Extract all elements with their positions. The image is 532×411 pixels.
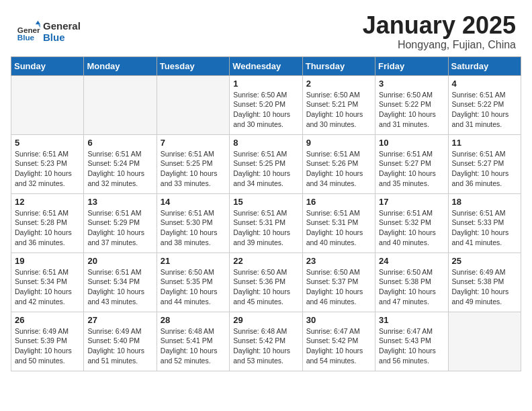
weekday-header-monday: Monday	[84, 56, 157, 75]
day-number-12: 12	[15, 197, 80, 207]
title-block: January 2025 Hongyang, Fujian, China	[363, 12, 516, 51]
day-cell-15: 15Sunrise: 6:51 AMSunset: 5:31 PMDayligh…	[230, 193, 302, 253]
day-info-27: Sunrise: 6:49 AMSunset: 5:40 PMDaylight:…	[87, 326, 152, 366]
week-row-3: 12Sunrise: 6:51 AMSunset: 5:28 PMDayligh…	[11, 193, 521, 253]
day-info-25: Sunrise: 6:49 AMSunset: 5:38 PMDaylight:…	[452, 267, 517, 307]
day-info-30: Sunrise: 6:47 AMSunset: 5:42 PMDaylight:…	[306, 326, 371, 366]
weekday-header-tuesday: Tuesday	[157, 56, 229, 75]
day-cell-22: 22Sunrise: 6:50 AMSunset: 5:36 PMDayligh…	[230, 253, 302, 312]
day-cell-29: 29Sunrise: 6:48 AMSunset: 5:42 PMDayligh…	[230, 312, 302, 371]
day-cell-empty	[448, 312, 521, 371]
logo-line1: General	[43, 20, 81, 32]
day-cell-12: 12Sunrise: 6:51 AMSunset: 5:28 PMDayligh…	[11, 193, 84, 253]
day-number-17: 17	[379, 197, 444, 207]
day-info-2: Sunrise: 6:50 AMSunset: 5:21 PMDaylight:…	[306, 90, 371, 130]
day-info-20: Sunrise: 6:51 AMSunset: 5:34 PMDaylight:…	[87, 267, 152, 307]
day-info-3: Sunrise: 6:50 AMSunset: 5:22 PMDaylight:…	[379, 90, 444, 130]
day-number-6: 6	[87, 138, 152, 148]
day-cell-empty	[84, 75, 157, 134]
day-cell-16: 16Sunrise: 6:51 AMSunset: 5:31 PMDayligh…	[302, 193, 375, 253]
day-cell-31: 31Sunrise: 6:47 AMSunset: 5:43 PMDayligh…	[375, 312, 448, 371]
day-cell-28: 28Sunrise: 6:48 AMSunset: 5:41 PMDayligh…	[157, 312, 229, 371]
month-title: January 2025	[363, 12, 516, 39]
day-cell-20: 20Sunrise: 6:51 AMSunset: 5:34 PMDayligh…	[84, 253, 157, 312]
day-number-13: 13	[87, 197, 152, 207]
day-info-22: Sunrise: 6:50 AMSunset: 5:36 PMDaylight:…	[233, 267, 298, 307]
day-number-25: 25	[452, 256, 517, 266]
page-header: General Blue General Blue January 2025 H…	[0, 0, 532, 56]
day-number-31: 31	[379, 315, 444, 325]
svg-marker-2	[36, 21, 40, 24]
day-info-23: Sunrise: 6:50 AMSunset: 5:37 PMDaylight:…	[306, 267, 371, 307]
day-info-15: Sunrise: 6:51 AMSunset: 5:31 PMDaylight:…	[233, 208, 298, 248]
day-cell-5: 5Sunrise: 6:51 AMSunset: 5:23 PMDaylight…	[11, 134, 84, 193]
day-cell-26: 26Sunrise: 6:49 AMSunset: 5:39 PMDayligh…	[11, 312, 84, 371]
day-number-5: 5	[15, 138, 80, 148]
day-info-4: Sunrise: 6:51 AMSunset: 5:22 PMDaylight:…	[452, 90, 517, 130]
day-number-9: 9	[306, 138, 371, 148]
week-row-2: 5Sunrise: 6:51 AMSunset: 5:23 PMDaylight…	[11, 134, 521, 193]
day-info-28: Sunrise: 6:48 AMSunset: 5:41 PMDaylight:…	[161, 326, 226, 366]
location: Hongyang, Fujian, China	[363, 39, 516, 51]
day-info-1: Sunrise: 6:50 AMSunset: 5:20 PMDaylight:…	[233, 90, 298, 130]
logo-icon: General Blue	[16, 19, 40, 44]
day-cell-8: 8Sunrise: 6:51 AMSunset: 5:25 PMDaylight…	[230, 134, 302, 193]
day-cell-1: 1Sunrise: 6:50 AMSunset: 5:20 PMDaylight…	[230, 75, 302, 134]
weekday-header-friday: Friday	[375, 56, 448, 75]
day-number-8: 8	[233, 138, 298, 148]
day-number-11: 11	[452, 138, 517, 148]
day-number-26: 26	[15, 315, 80, 325]
logo-line2: Blue	[43, 32, 81, 43]
day-cell-23: 23Sunrise: 6:50 AMSunset: 5:37 PMDayligh…	[302, 253, 375, 312]
day-number-19: 19	[15, 256, 80, 266]
day-number-24: 24	[379, 256, 444, 266]
day-info-13: Sunrise: 6:51 AMSunset: 5:29 PMDaylight:…	[87, 208, 152, 248]
day-cell-3: 3Sunrise: 6:50 AMSunset: 5:22 PMDaylight…	[375, 75, 448, 134]
day-number-4: 4	[452, 79, 517, 89]
day-info-10: Sunrise: 6:51 AMSunset: 5:27 PMDaylight:…	[379, 149, 444, 189]
day-cell-empty	[157, 75, 229, 134]
day-number-7: 7	[161, 138, 226, 148]
day-cell-empty	[11, 75, 84, 134]
day-info-24: Sunrise: 6:50 AMSunset: 5:38 PMDaylight:…	[379, 267, 444, 307]
day-number-1: 1	[233, 79, 298, 89]
svg-text:Blue: Blue	[17, 32, 35, 41]
week-row-5: 26Sunrise: 6:49 AMSunset: 5:39 PMDayligh…	[11, 312, 521, 371]
day-cell-6: 6Sunrise: 6:51 AMSunset: 5:24 PMDaylight…	[84, 134, 157, 193]
calendar-wrapper: SundayMondayTuesdayWednesdayThursdayFrid…	[0, 56, 532, 377]
weekday-header-thursday: Thursday	[302, 56, 375, 75]
day-cell-18: 18Sunrise: 6:51 AMSunset: 5:33 PMDayligh…	[448, 193, 521, 253]
calendar-header: SundayMondayTuesdayWednesdayThursdayFrid…	[11, 56, 521, 75]
day-number-14: 14	[161, 197, 226, 207]
day-info-14: Sunrise: 6:51 AMSunset: 5:30 PMDaylight:…	[161, 208, 226, 248]
day-cell-7: 7Sunrise: 6:51 AMSunset: 5:25 PMDaylight…	[157, 134, 229, 193]
day-info-19: Sunrise: 6:51 AMSunset: 5:34 PMDaylight:…	[15, 267, 80, 307]
day-number-30: 30	[306, 315, 371, 325]
day-info-5: Sunrise: 6:51 AMSunset: 5:23 PMDaylight:…	[15, 149, 80, 189]
calendar-body: 1Sunrise: 6:50 AMSunset: 5:20 PMDaylight…	[11, 75, 521, 371]
day-cell-17: 17Sunrise: 6:51 AMSunset: 5:32 PMDayligh…	[375, 193, 448, 253]
day-info-6: Sunrise: 6:51 AMSunset: 5:24 PMDaylight:…	[87, 149, 152, 189]
day-info-26: Sunrise: 6:49 AMSunset: 5:39 PMDaylight:…	[15, 326, 80, 366]
weekday-header-wednesday: Wednesday	[230, 56, 302, 75]
day-cell-24: 24Sunrise: 6:50 AMSunset: 5:38 PMDayligh…	[375, 253, 448, 312]
day-info-12: Sunrise: 6:51 AMSunset: 5:28 PMDaylight:…	[15, 208, 80, 248]
day-cell-9: 9Sunrise: 6:51 AMSunset: 5:26 PMDaylight…	[302, 134, 375, 193]
day-info-18: Sunrise: 6:51 AMSunset: 5:33 PMDaylight:…	[452, 208, 517, 248]
day-info-7: Sunrise: 6:51 AMSunset: 5:25 PMDaylight:…	[161, 149, 226, 189]
day-cell-14: 14Sunrise: 6:51 AMSunset: 5:30 PMDayligh…	[157, 193, 229, 253]
day-cell-30: 30Sunrise: 6:47 AMSunset: 5:42 PMDayligh…	[302, 312, 375, 371]
day-info-21: Sunrise: 6:50 AMSunset: 5:35 PMDaylight:…	[161, 267, 226, 307]
day-info-31: Sunrise: 6:47 AMSunset: 5:43 PMDaylight:…	[379, 326, 444, 366]
calendar-table: SundayMondayTuesdayWednesdayThursdayFrid…	[11, 56, 521, 371]
day-info-9: Sunrise: 6:51 AMSunset: 5:26 PMDaylight:…	[306, 149, 371, 189]
day-info-16: Sunrise: 6:51 AMSunset: 5:31 PMDaylight:…	[306, 208, 371, 248]
day-info-29: Sunrise: 6:48 AMSunset: 5:42 PMDaylight:…	[233, 326, 298, 366]
day-cell-25: 25Sunrise: 6:49 AMSunset: 5:38 PMDayligh…	[448, 253, 521, 312]
day-info-17: Sunrise: 6:51 AMSunset: 5:32 PMDaylight:…	[379, 208, 444, 248]
day-cell-21: 21Sunrise: 6:50 AMSunset: 5:35 PMDayligh…	[157, 253, 229, 312]
day-number-18: 18	[452, 197, 517, 207]
day-cell-11: 11Sunrise: 6:51 AMSunset: 5:27 PMDayligh…	[448, 134, 521, 193]
week-row-1: 1Sunrise: 6:50 AMSunset: 5:20 PMDaylight…	[11, 75, 521, 134]
weekday-header-row: SundayMondayTuesdayWednesdayThursdayFrid…	[11, 56, 521, 75]
